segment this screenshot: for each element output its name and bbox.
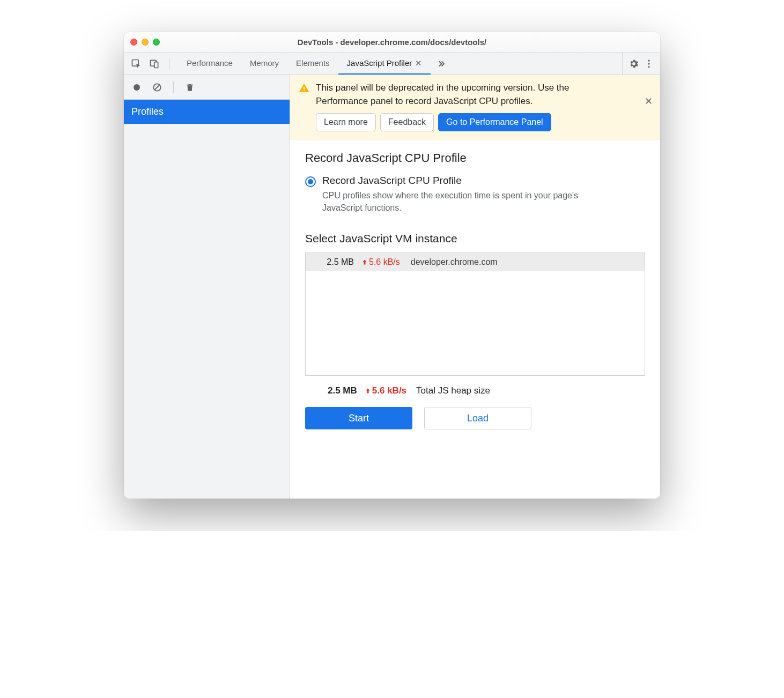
- vm-host: developer.chrome.com: [411, 257, 498, 267]
- svg-point-5: [648, 66, 649, 68]
- radio-description: CPU profiles show where the execution ti…: [322, 190, 601, 214]
- clear-icon[interactable]: [151, 81, 164, 94]
- start-button[interactable]: Start: [305, 407, 412, 429]
- section-heading: Record JavaScript CPU Profile: [305, 151, 645, 165]
- tab-label: Performance: [187, 58, 233, 68]
- banner-message: This panel will be deprecated in the upc…: [316, 81, 605, 108]
- tab-elements[interactable]: Elements: [287, 53, 338, 75]
- panel-tabs: Performance Memory Elements JavaScript P…: [178, 53, 431, 75]
- arrow-up-icon: [365, 387, 371, 395]
- main-panel: This panel will be deprecated in the upc…: [290, 75, 660, 499]
- settings-gear-icon[interactable]: [628, 58, 640, 70]
- trash-icon[interactable]: [183, 81, 196, 94]
- radio-icon: [305, 176, 316, 187]
- panel-tabstrip: Performance Memory Elements JavaScript P…: [124, 53, 660, 75]
- svg-point-6: [134, 84, 140, 91]
- zoom-window-button[interactable]: [153, 39, 160, 46]
- inspect-element-icon[interactable]: [130, 58, 142, 70]
- tab-label: Elements: [296, 58, 330, 68]
- tab-memory[interactable]: Memory: [241, 53, 287, 75]
- load-button[interactable]: Load: [424, 407, 531, 429]
- banner-content: This panel will be deprecated in the upc…: [316, 81, 605, 131]
- total-size: 2.5 MB: [328, 385, 357, 396]
- close-banner-icon[interactable]: ✕: [645, 95, 653, 107]
- profile-type-radio[interactable]: Record JavaScript CPU Profile CPU profil…: [305, 175, 645, 214]
- tab-label: JavaScript Profiler: [347, 58, 412, 68]
- panel-body: Profiles This panel will be deprecated i…: [124, 75, 660, 499]
- profile-content: Record JavaScript CPU Profile Record Jav…: [290, 139, 660, 499]
- feedback-button[interactable]: Feedback: [380, 113, 434, 131]
- more-tabs-icon[interactable]: [431, 53, 451, 75]
- tabstrip-left-tools: [124, 53, 178, 75]
- titlebar: DevTools - developer.chrome.com/docs/dev…: [124, 32, 660, 53]
- devtools-window: DevTools - developer.chrome.com/docs/dev…: [124, 32, 660, 499]
- tab-performance[interactable]: Performance: [178, 53, 241, 75]
- banner-buttons: Learn more Feedback Go to Performance Pa…: [316, 113, 605, 131]
- vm-instance-list[interactable]: 2.5 MB 5.6 kB/s developer.chrome.com: [305, 253, 645, 376]
- svg-rect-9: [304, 87, 305, 90]
- arrow-up-icon: [361, 258, 368, 266]
- vm-rate: 5.6 kB/s: [361, 257, 400, 267]
- warning-icon: [299, 83, 309, 131]
- minimize-window-button[interactable]: [142, 39, 149, 46]
- vm-heading: Select JavaScript VM instance: [305, 232, 645, 245]
- svg-rect-8: [187, 84, 193, 85]
- tab-javascript-profiler[interactable]: JavaScript Profiler ✕: [338, 53, 431, 75]
- separator: [169, 58, 169, 70]
- heap-totals: 2.5 MB 5.6 kB/s Total JS heap size: [305, 376, 645, 396]
- close-window-button[interactable]: [130, 39, 137, 46]
- goto-performance-button[interactable]: Go to Performance Panel: [438, 113, 551, 131]
- tab-label: Memory: [250, 58, 279, 68]
- tabstrip-right-tools: [622, 53, 660, 75]
- total-rate: 5.6 kB/s: [365, 385, 406, 396]
- svg-point-3: [648, 60, 649, 61]
- total-label: Total JS heap size: [416, 385, 490, 396]
- traffic-lights: [130, 39, 160, 46]
- learn-more-button[interactable]: Learn more: [316, 113, 376, 131]
- separator: [173, 81, 174, 93]
- vm-size: 2.5 MB: [316, 257, 354, 267]
- vm-instance-row[interactable]: 2.5 MB 5.6 kB/s developer.chrome.com: [306, 253, 645, 271]
- close-tab-icon[interactable]: ✕: [415, 58, 422, 68]
- profiles-sidebar: Profiles: [124, 75, 290, 499]
- radio-label: Record JavaScript CPU Profile: [322, 175, 601, 187]
- svg-point-4: [648, 63, 649, 64]
- kebab-menu-icon[interactable]: [643, 58, 655, 70]
- sidebar-item-label: Profiles: [131, 106, 164, 117]
- sidebar-item-profiles[interactable]: Profiles: [124, 100, 290, 124]
- svg-rect-10: [304, 90, 305, 91]
- action-buttons: Start Load: [305, 407, 645, 429]
- sidebar-toolbar: [124, 75, 290, 100]
- svg-rect-2: [154, 62, 158, 68]
- device-toolbar-icon[interactable]: [149, 58, 160, 70]
- record-icon[interactable]: [130, 81, 143, 94]
- window-title: DevTools - developer.chrome.com/docs/dev…: [130, 38, 654, 47]
- deprecation-banner: This panel will be deprecated in the upc…: [290, 75, 660, 139]
